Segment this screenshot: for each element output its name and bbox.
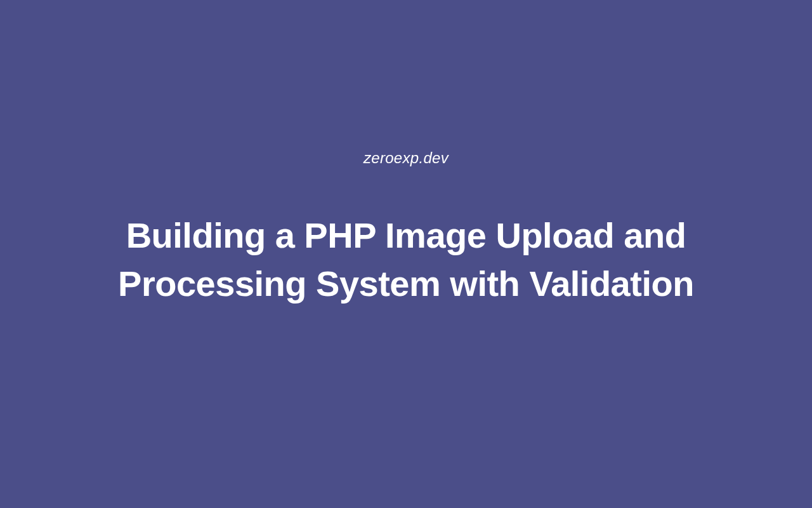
site-subtitle: zeroexp.dev [363, 149, 449, 167]
hero-container: zeroexp.dev Building a PHP Image Upload … [57, 149, 755, 307]
article-title: Building a PHP Image Upload and Processi… [57, 211, 755, 307]
